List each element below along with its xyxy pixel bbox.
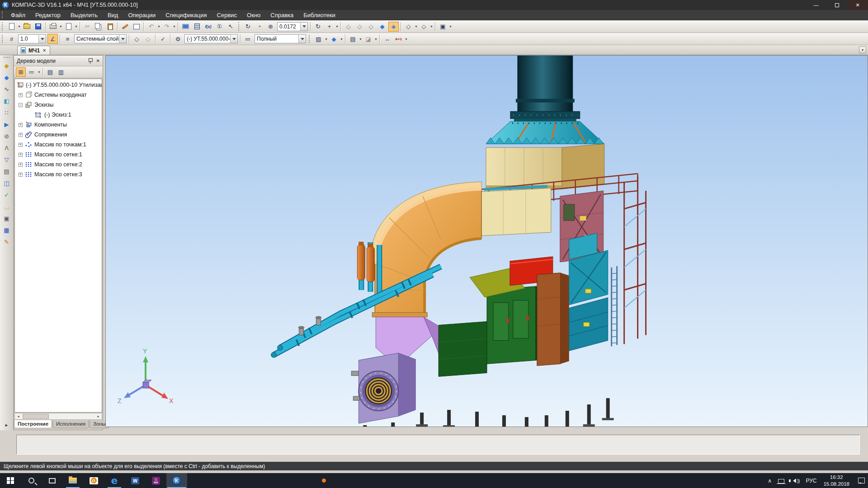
hidden-icons-chevron[interactable]: ∧ [764,473,775,488]
check-doc-button[interactable]: ✓ [158,34,168,44]
verify-button[interactable]: ✓ [1,189,12,201]
detail-level-dropdown[interactable] [298,35,306,43]
expand-icon[interactable]: + [19,133,23,137]
current-layer-dropdown[interactable] [119,35,126,43]
word-button[interactable]: W [125,473,146,488]
angle-snap-button[interactable]: ∠ [47,34,58,44]
tree-composition-dropdown[interactable]: ▾ [37,67,41,77]
simplify-display-dropdown[interactable]: ▾ [414,22,418,32]
print-preview-dropdown[interactable]: ▾ [74,22,78,32]
undo-button[interactable]: ↶ [146,22,156,32]
edge-button[interactable]: e [104,473,125,488]
cursor-step-button[interactable]: # [6,34,17,44]
tree-item-array-grid-1[interactable]: + Массив по сетке:1 [15,150,102,160]
edit-sketch-button[interactable]: ✎ [1,236,12,248]
spreadsheet-button[interactable] [131,22,142,32]
menu-libraries[interactable]: Библиотеки [298,11,340,19]
menu-help[interactable]: Справка [265,11,298,19]
print-preview-button[interactable] [63,22,74,32]
cursor-step-combo[interactable]: 1.0 [18,34,46,43]
context-help-button[interactable]: ↖ [226,22,236,32]
menu-file[interactable]: Файл [6,11,30,19]
left-toolbar-expand[interactable]: ► [5,423,9,427]
orange-app-button[interactable] [318,473,329,488]
window-list-button[interactable]: ▾ [859,47,866,53]
tree-item-array-points[interactable]: + Массив по точкам:1 [15,140,102,150]
body-display-dropdown[interactable]: ▾ [340,34,344,44]
tree-item-components[interactable]: + Компоненты [15,120,102,130]
display-mode-button[interactable]: ▨ [313,34,324,44]
kompas-3d-taskbar-button[interactable]: K [166,473,187,488]
outlook-button[interactable]: O [83,473,104,488]
zoom-area-button[interactable]: ⊕ [265,22,276,32]
tree-item-mates[interactable]: + Сопряжения [15,130,102,140]
inlet-duct-box[interactable] [481,185,551,236]
zoom-scale-dropdown[interactable] [300,23,307,31]
print-button[interactable] [48,22,58,32]
upper-duct-box[interactable] [486,144,604,189]
volume-tray-button[interactable]: )) [788,473,802,488]
tree-item-array-grid-2[interactable]: + Массив по сетке:2 [15,160,102,169]
copy-button[interactable] [94,22,104,32]
expand-icon[interactable]: + [19,143,23,147]
simplify-display-button[interactable]: ◇ [403,22,414,32]
close-button[interactable]: ✕ [847,0,868,10]
solid-modeling-button[interactable]: ◆ [1,72,12,83]
measure-button[interactable]: Λ [1,142,12,154]
tree-item-sketches[interactable]: − Эскизы [15,100,102,110]
stack-transition-hopper[interactable] [486,122,604,144]
file-explorer-button[interactable] [62,473,83,488]
pin-icon[interactable] [88,58,92,64]
collapse-icon[interactable]: − [19,103,23,107]
current-model-dropdown[interactable] [230,35,237,43]
task-view-button[interactable] [42,473,62,488]
save-button[interactable] [33,22,43,32]
minimize-button[interactable]: — [806,0,826,10]
cut-button[interactable]: ✂ [82,22,93,32]
new-document-dropdown[interactable]: ▾ [17,22,21,32]
cursor-step-dropdown[interactable] [38,35,46,43]
dimensions-button[interactable]: ↔ [382,34,392,44]
expand-icon[interactable]: + [19,163,23,167]
info-button[interactable]: ① [214,22,225,32]
tree-root-item[interactable]: (-) УТ.55.000.000-10 Утилизаци [15,80,102,90]
spec-objects-button[interactable]: ▤ [348,34,358,44]
viewport-3d[interactable]: Y X Z [105,55,868,427]
clock-button[interactable]: 16:32 15.08.2018 [820,473,853,488]
copy-properties-button[interactable] [120,22,130,32]
tab-construction[interactable]: Построение [14,420,52,428]
sheet-metal-button[interactable]: ◡ [1,201,12,212]
property-bar[interactable] [16,435,860,455]
variables-button[interactable] [192,22,202,32]
auto-dimension-button[interactable]: A+1 [393,34,404,44]
undo-dropdown[interactable]: ▾ [157,22,161,32]
auxiliary-geometry-button[interactable]: ▣ [1,213,12,224]
tree-item-array-grid-3[interactable]: + Массив по сетке:3 [15,169,102,179]
maximize-button[interactable] [826,0,847,10]
menu-service[interactable]: Сервис [212,11,242,19]
report-button[interactable]: ◫ [1,178,12,189]
placement-button[interactable]: ◇ [132,34,142,44]
right-frame-ladder[interactable] [612,176,646,346]
menu-editor[interactable]: Редактор [30,11,66,19]
grid-array-button[interactable]: ▦ [1,225,12,236]
detail-level-combo[interactable]: Полный [255,34,306,43]
display-mode-dropdown[interactable]: ▾ [324,34,328,44]
show-windows-button[interactable] [180,22,191,32]
shaded-view-button[interactable]: ◆ [377,22,387,32]
refresh-image-button[interactable]: ↻ [243,22,253,32]
open-button[interactable] [22,22,32,32]
spatial-curves-button[interactable]: ∿ [1,84,12,95]
section-display-dropdown[interactable]: ▾ [374,34,378,44]
arrays-button[interactable]: ∷ [1,107,12,118]
mates-button[interactable]: ⊘ [1,131,12,142]
toolbar2-overflow[interactable]: ▾ [404,34,408,44]
heat-recovery-unit-model[interactable] [106,56,868,427]
current-model-combo[interactable]: (-) УТ.55.000.000-10 [184,34,238,43]
wireframe-view-button[interactable]: ◇ [343,22,354,32]
show-all-button[interactable]: ◔ [254,22,264,32]
language-indicator[interactable]: РУС [802,473,820,488]
redo-button[interactable]: ↷ [161,22,172,32]
action-center-button[interactable] [853,473,868,488]
document-tab[interactable]: МЧ1 ✕ [17,46,50,55]
